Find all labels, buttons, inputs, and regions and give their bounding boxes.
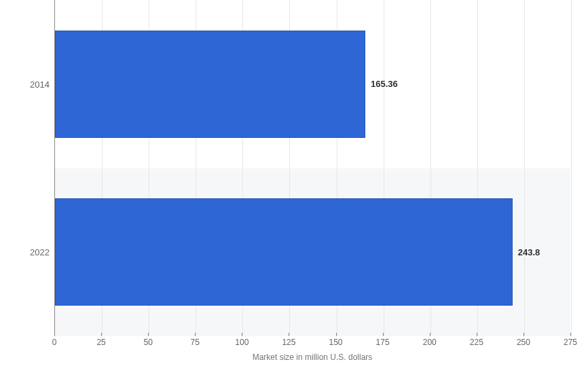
x-tick-mark [430, 333, 430, 336]
x-tick-mark [336, 333, 337, 336]
x-tick-label: 25 [96, 338, 105, 347]
gridline [571, 0, 572, 335]
x-tick-mark [101, 333, 102, 336]
x-tick-label: 125 [282, 338, 295, 347]
x-axis-title: Market size in million U.S. dollars [54, 352, 570, 362]
plot-area: 165.362014243.82022 [54, 0, 570, 336]
bar-row: 165.36 [55, 31, 570, 138]
y-tick-label: 2014 [16, 79, 50, 89]
bar-value-label: 165.36 [371, 79, 398, 89]
x-tick-label: 75 [191, 338, 200, 347]
x-axis-ticks: 0255075100125150175200225250275 [54, 336, 570, 351]
x-tick-label: 150 [329, 338, 343, 347]
x-tick-mark [383, 333, 384, 336]
bar[interactable] [55, 31, 365, 138]
bar[interactable] [55, 198, 513, 306]
x-tick-mark [570, 333, 571, 336]
x-tick-label: 50 [143, 338, 152, 347]
x-tick-mark [54, 333, 55, 336]
x-tick-label: 200 [423, 338, 437, 347]
x-tick-mark [523, 333, 524, 336]
x-tick-mark [289, 333, 289, 336]
x-tick-label: 100 [235, 338, 249, 347]
x-tick-mark [195, 333, 196, 336]
bar-chart: 165.362014243.82022 02550751001251501752… [0, 0, 588, 381]
x-tick-label: 175 [376, 338, 390, 347]
x-tick-label: 225 [470, 338, 483, 347]
x-tick-mark [242, 333, 242, 336]
x-tick-label: 0 [52, 338, 57, 347]
x-tick-mark [477, 333, 477, 336]
bar-row: 243.8 [55, 198, 570, 306]
y-tick-label: 2022 [16, 247, 50, 257]
bar-value-label: 243.8 [518, 247, 540, 257]
x-tick-label: 275 [564, 338, 577, 347]
x-tick-mark [148, 333, 149, 336]
x-tick-label: 250 [517, 338, 530, 347]
